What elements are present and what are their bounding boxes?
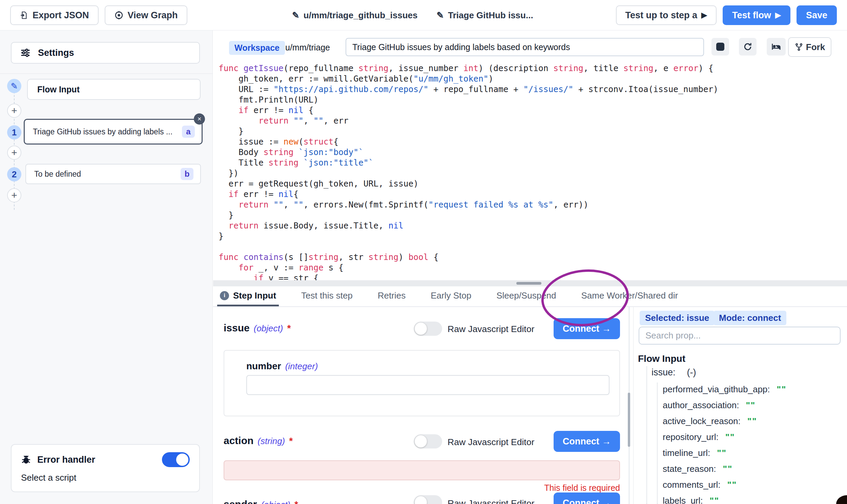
code-horizontal-scrollbar[interactable] [213, 280, 847, 286]
step-2-id-badge: b [180, 168, 193, 180]
flow-sidebar: Settings ✎ Flow Input + 1 Triage GitHub … [0, 31, 213, 504]
panel-divider [633, 307, 634, 504]
step-input-form: issue (object) * Raw Javascript Editor C… [213, 307, 628, 504]
flow-input-node-icon: ✎ [7, 79, 21, 93]
sliders-icon [20, 48, 31, 58]
tree-node-state-reason[interactable]: state_reason:"" [663, 464, 732, 474]
tab-test-this-step[interactable]: Test this step [298, 286, 356, 306]
action-connect-button[interactable]: Connect → [554, 431, 620, 452]
flow-input-heading: Flow Input [638, 353, 686, 364]
refresh-icon [743, 42, 753, 51]
fork-button[interactable]: Fork [788, 37, 831, 57]
search-prop-input[interactable] [639, 327, 841, 345]
tree-node-timeline-url[interactable]: timeline_url:"" [663, 448, 727, 458]
tree-node-issue[interactable]: issue: (-) [652, 367, 696, 378]
step-summary-input[interactable] [346, 38, 704, 56]
error-handler-title: Error handler [37, 454, 95, 465]
required-asterisk: * [287, 323, 291, 334]
add-step-button-1[interactable]: + [7, 104, 21, 118]
flow-path-label: u/mm/triage_github_issues [304, 10, 418, 21]
view-graph-button[interactable]: View Graph [105, 5, 187, 25]
tree-node-labels-url[interactable]: labels_url:"" [663, 496, 719, 504]
code-editor[interactable]: func getIssue(repo_fullname string, issu… [213, 61, 847, 280]
flow-editor-app: Export JSON View Graph ✎ u/mm/triage_git… [0, 0, 847, 504]
fork-label: Fork [806, 42, 825, 52]
settings-label: Settings [38, 48, 74, 58]
tree-node-repository-url[interactable]: repository_url:"" [663, 432, 735, 443]
save-button[interactable]: Save [796, 5, 837, 25]
error-handler-select-script[interactable]: Select a script [21, 472, 190, 483]
test-up-to-step-button[interactable]: Test up to step a ▶ [616, 5, 716, 25]
issue-connect-button[interactable]: Connect → [554, 318, 620, 339]
export-icon [20, 11, 29, 20]
add-step-button-2[interactable]: + [7, 146, 21, 160]
test-flow-button[interactable]: Test flow ▶ [723, 5, 791, 25]
required-asterisk: * [294, 499, 298, 504]
settings-button[interactable]: Settings [11, 42, 200, 64]
export-json-button[interactable]: Export JSON [10, 5, 99, 25]
tree-node-active-lock-reason[interactable]: active_lock_reason:"" [663, 416, 757, 427]
refresh-button[interactable] [739, 38, 757, 55]
step-1-label: Triage GitHub issues by adding labels ..… [33, 127, 182, 137]
toolbar-left-group: Export JSON View Graph [10, 5, 187, 25]
tree-node-comments-url[interactable]: comments_url:"" [663, 480, 737, 490]
sleep-button[interactable] [767, 38, 786, 55]
view-graph-icon [114, 11, 124, 20]
number-input[interactable] [246, 375, 609, 395]
stop-icon [716, 43, 724, 51]
flow-path-crumb[interactable]: ✎ u/mm/triage_github_issues [292, 10, 417, 21]
action-raw-editor-toggle[interactable] [414, 434, 442, 449]
field-required-error: This field is required [224, 483, 620, 493]
form-scrollbar-thumb[interactable] [628, 393, 630, 447]
workspace-badge: Workspace [229, 41, 285, 55]
flow-title-label: Triage GitHub issu... [448, 10, 533, 21]
stop-button[interactable] [711, 38, 729, 55]
add-step-button-3[interactable]: + [7, 188, 21, 202]
issue-raw-editor-toggle[interactable] [414, 322, 442, 336]
tree-guide-line [657, 383, 658, 504]
delete-step-button[interactable]: × [194, 113, 205, 125]
sender-raw-editor-toggle[interactable] [414, 495, 442, 504]
action-raw-editor-label: Raw Javascript Editor [448, 437, 534, 448]
sender-connect-button[interactable]: Connect → [554, 492, 620, 504]
tab-step-input[interactable]: i Step Input [217, 286, 279, 306]
tab-retries[interactable]: Retries [375, 286, 408, 306]
pencil-icon: ✎ [11, 81, 18, 91]
sender-raw-editor-label: Raw Javascript Editor [448, 498, 534, 504]
bed-icon [771, 42, 781, 52]
breadcrumb: ✎ u/mm/triage_github_issues ✎ Triage Git… [292, 0, 533, 31]
error-handler-card: Error handler Select a script [11, 444, 200, 492]
info-icon: i [220, 291, 229, 300]
action-field-label: action (string) * [224, 435, 293, 447]
export-json-label: Export JSON [33, 10, 89, 21]
connect-props-panel: Selected: issue Mode: connect Flow Input… [634, 307, 847, 504]
step-tabs: i Step Input Test this step Retries Earl… [213, 286, 847, 307]
toolbar-right-group: Test up to step a ▶ Test flow ▶ Save [616, 5, 837, 25]
tree-node-author-association[interactable]: author_association:"" [663, 400, 756, 411]
tab-same-worker[interactable]: Same Worker/Shared dir [579, 286, 681, 306]
tree-guide-line [646, 366, 647, 504]
error-handler-toggle[interactable] [162, 452, 190, 467]
step-1-card-selected[interactable]: Triage GitHub issues by adding labels ..… [24, 119, 203, 145]
tab-sleep-suspend[interactable]: Sleep/Suspend [494, 286, 559, 306]
save-label: Save [806, 10, 827, 21]
step-2-card[interactable]: To be defined b [25, 164, 201, 184]
flow-input-node[interactable]: Flow Input [27, 79, 201, 100]
issue-object-subpanel: number (integer) [224, 350, 620, 416]
workspace-path: u/mm/triage [285, 43, 330, 52]
tab-early-stop[interactable]: Early Stop [428, 286, 474, 306]
number-field-label: number (integer) [246, 361, 318, 372]
step-1-id-badge: a [182, 126, 195, 138]
action-input-error-state[interactable] [224, 460, 620, 480]
scrollbar-thumb[interactable] [516, 282, 541, 285]
test-up-to-step-label: Test up to step a [625, 10, 697, 21]
issue-field-label: issue (object) * [224, 322, 291, 334]
view-graph-label: View Graph [128, 10, 178, 21]
main-panel: Workspace u/mm/triage Fork func getIssue… [213, 31, 847, 504]
required-asterisk: * [289, 436, 293, 447]
tree-node-performed-via-github-app[interactable]: performed_via_github_app:"" [663, 384, 786, 395]
flow-title-crumb[interactable]: ✎ Triage GitHub issu... [436, 10, 533, 21]
issue-raw-editor-label: Raw Javascript Editor [448, 324, 534, 335]
collapse-marker: (-) [687, 367, 696, 378]
fork-icon [794, 43, 803, 51]
